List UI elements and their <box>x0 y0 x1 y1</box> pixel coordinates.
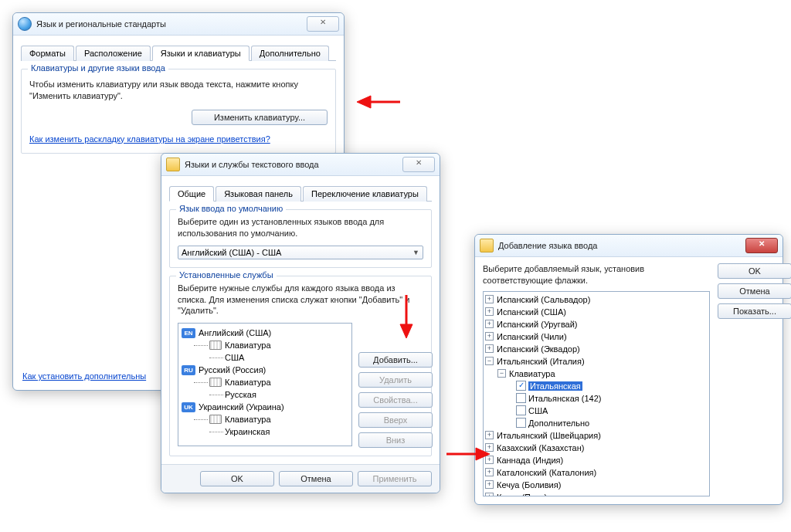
add-button[interactable]: Добавить... <box>358 352 433 368</box>
tree-node[interactable]: Казахский (Казахстан) <box>497 443 584 452</box>
arrow-icon <box>445 443 491 466</box>
show-button[interactable]: Показать... <box>718 303 791 319</box>
welcome-screen-link[interactable]: Как изменить раскладку клавиатуры на экр… <box>29 134 270 144</box>
add-input-language-window: Добавление языка ввода ✕ Выберите добавл… <box>474 234 783 505</box>
close-button[interactable]: ✕ <box>307 16 339 32</box>
ok-button[interactable]: OK <box>200 471 274 486</box>
arrow-icon <box>396 293 419 340</box>
dialog-footer: OK Отмена Применить <box>161 464 440 493</box>
keyboard-icon <box>209 378 222 387</box>
expand-icon[interactable]: + <box>485 307 494 316</box>
tree-node[interactable]: Испанский (Эквадор) <box>497 344 580 354</box>
change-keyboard-button[interactable]: Изменить клавиатуру... <box>192 110 328 125</box>
kb-label: Клавиатура <box>225 341 271 350</box>
tree-leaf[interactable]: Дополнительно <box>528 418 589 428</box>
lang-name: Русский (Россия) <box>199 365 266 374</box>
tree-node[interactable]: Каннада (Индия) <box>497 456 563 465</box>
apply-button[interactable]: Применить <box>358 471 432 486</box>
arrow-icon <box>355 91 402 114</box>
tree-node[interactable]: Испанский (Сальвадор) <box>497 295 590 304</box>
lang-badge-ru: RU <box>182 365 195 375</box>
lang-badge-en: EN <box>182 328 195 338</box>
titlebar[interactable]: Добавление языка ввода ✕ <box>475 235 783 257</box>
delete-button[interactable]: Удалить <box>358 372 433 388</box>
language-tree[interactable]: +Испанский (Сальвадор) +Испанский (США) … <box>483 291 710 496</box>
keyboard-icon <box>209 415 222 424</box>
tree-leaf-selected[interactable]: Итальянская <box>528 381 582 391</box>
close-button[interactable]: ✕ <box>402 157 435 172</box>
window-title: Язык и региональные стандарты <box>36 19 307 29</box>
window-title: Добавление языка ввода <box>498 241 745 250</box>
checkbox[interactable] <box>516 393 526 403</box>
groupbox-title: Клавиатуры и другие языки ввода <box>28 63 168 73</box>
lang-name: Украинский (Украина) <box>199 402 284 412</box>
instruction-text: Выберите добавляемый язык, установив соо… <box>483 263 710 286</box>
tab-additional[interactable]: Дополнительно <box>251 46 329 61</box>
tree-node[interactable]: Кечуа (Перу) <box>497 493 547 496</box>
cancel-button[interactable]: Отмена <box>718 283 791 299</box>
tree-node[interactable]: Кечуа (Боливия) <box>497 480 561 490</box>
installed-languages-list[interactable]: ENАнглийский (США) Клавиатура США RUРусс… <box>178 323 352 446</box>
collapse-icon[interactable]: − <box>497 369 506 378</box>
expand-icon[interactable]: + <box>485 332 494 341</box>
chevron-down-icon: ▼ <box>412 249 419 256</box>
tree-node[interactable]: Испанский (Уругвай) <box>497 320 578 329</box>
install-additional-link[interactable]: Как установить дополнительны <box>22 371 146 381</box>
keyboard-dialog-icon <box>166 158 180 171</box>
tab-bar: Общие Языковая панель Переключение клави… <box>169 185 432 202</box>
tree-node[interactable]: Каталонский (Каталония) <box>497 468 596 477</box>
checkbox[interactable] <box>516 405 526 415</box>
tree-node[interactable]: Итальянский (Италия) <box>497 357 585 366</box>
default-lang-value: Английский (США) - США <box>182 248 281 257</box>
layout-name: США <box>225 353 244 362</box>
tab-general[interactable]: Общие <box>169 186 214 202</box>
checkbox-checked[interactable]: ✓ <box>516 381 526 391</box>
default-lang-text: Выберите один из установленных языков вв… <box>178 216 423 239</box>
expand-icon[interactable]: + <box>485 493 494 496</box>
tree-leaf[interactable]: США <box>528 406 548 415</box>
tree-node[interactable]: Испанский (США) <box>497 307 566 317</box>
tab-keyboards[interactable]: Языки и клавиатуры <box>152 46 250 61</box>
svg-marker-5 <box>476 448 490 460</box>
properties-button[interactable]: Свойства... <box>358 392 433 408</box>
close-button[interactable]: ✕ <box>745 238 778 253</box>
expand-icon[interactable]: + <box>485 431 494 439</box>
titlebar[interactable]: Язык и региональные стандарты ✕ <box>13 13 344 36</box>
installed-services-group-title: Установленные службы <box>176 270 277 280</box>
keyboard-dialog-icon <box>480 239 494 252</box>
expand-icon[interactable]: + <box>485 468 494 476</box>
expand-icon[interactable]: + <box>485 480 494 489</box>
tab-switch-keyboard[interactable]: Переключение клавиатуры <box>303 186 427 202</box>
lang-badge-uk: UK <box>182 402 195 412</box>
expand-icon[interactable]: + <box>485 344 494 353</box>
default-lang-group-title: Язык ввода по умолчанию <box>176 204 286 213</box>
expand-icon[interactable]: + <box>485 295 494 303</box>
layout-name: Русская <box>225 390 256 399</box>
kb-label: Клавиатура <box>225 378 271 387</box>
checkbox[interactable] <box>516 418 526 428</box>
tab-location[interactable]: Расположение <box>76 46 151 61</box>
globe-icon <box>18 17 32 31</box>
svg-marker-1 <box>357 96 371 108</box>
up-button[interactable]: Вверх <box>358 412 433 428</box>
description-text: Чтобы изменить клавиатуру или язык ввода… <box>29 79 328 102</box>
tab-language-bar[interactable]: Языковая панель <box>216 186 301 202</box>
tree-node[interactable]: Испанский (Чили) <box>497 332 567 341</box>
tree-leaf[interactable]: Итальянская (142) <box>528 394 601 403</box>
ok-button[interactable]: OK <box>718 263 791 279</box>
keyboard-icon <box>209 341 222 350</box>
default-lang-select[interactable]: Английский (США) - США ▼ <box>178 246 423 259</box>
tree-node[interactable]: Клавиатура <box>509 369 555 378</box>
expand-icon[interactable]: + <box>485 320 494 328</box>
tab-formats[interactable]: Форматы <box>21 46 74 61</box>
collapse-icon[interactable]: − <box>485 357 494 365</box>
layout-name: Украинская <box>225 427 270 436</box>
window-title: Языки и службы текстового ввода <box>185 160 402 169</box>
titlebar[interactable]: Языки и службы текстового ввода ✕ <box>161 154 440 176</box>
tree-node[interactable]: Итальянский (Швейцария) <box>497 431 601 440</box>
tab-bar: Форматы Расположение Языки и клавиатуры … <box>21 45 336 61</box>
installed-services-text: Выберите нужные службы для каждого языка… <box>178 283 423 317</box>
cancel-button[interactable]: Отмена <box>279 471 353 486</box>
svg-marker-3 <box>400 324 412 338</box>
down-button[interactable]: Вниз <box>358 432 433 448</box>
